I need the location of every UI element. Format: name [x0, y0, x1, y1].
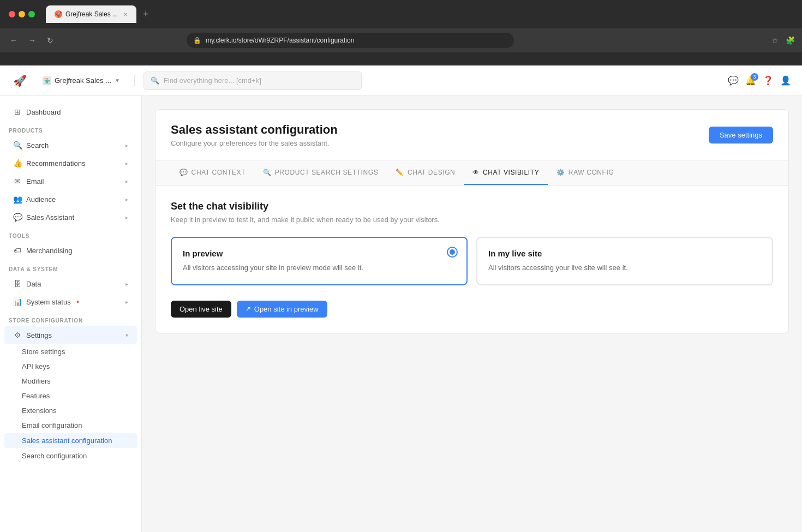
sidebar-item-recommendations[interactable]: 👍 Recommendations ▸ — [4, 154, 137, 172]
sidebar-item-data[interactable]: 🗄 Data ▸ — [4, 275, 137, 292]
tab-chat-visibility[interactable]: 👁 CHAT VISIBILITY — [464, 161, 548, 185]
section-subtitle: Keep it in preview to test it, and make … — [171, 216, 773, 224]
sidebar-sub-item-modifiers[interactable]: Modifiers — [0, 374, 141, 388]
page-content-area: Sales assistant configuration Configure … — [142, 96, 802, 532]
content-area: Set the chat visibility Keep it in previ… — [155, 186, 788, 333]
star-icon[interactable]: ☆ — [769, 35, 780, 46]
recommendations-icon: 👍 — [13, 159, 22, 168]
search-placeholder-text: Find everything here... [cmd+k] — [164, 76, 261, 85]
live-site-card-title: In my live site — [488, 249, 761, 258]
address-bar[interactable]: 🔒 my.clerk.io/store/oWr9ZRPF/assistant/c… — [187, 33, 514, 48]
tabs-bar: 💬 CHAT CONTEXT 🔍 PRODUCT SEARCH SETTINGS… — [155, 161, 788, 186]
data-arrow-icon: ▸ — [125, 281, 128, 287]
messages-button[interactable]: 💬 — [728, 75, 739, 86]
sidebar-item-sales-assistant[interactable]: 💬 Sales Assistant ▸ — [4, 208, 137, 226]
sidebar-sub-item-api-keys[interactable]: API keys — [0, 359, 141, 374]
page-card: Sales assistant configuration Configure … — [155, 109, 789, 333]
active-tab[interactable]: 🚀 Grejfreak Sales ... ✕ — [46, 5, 136, 23]
tab-chat-context[interactable]: 💬 CHAT CONTEXT — [171, 161, 254, 185]
settings-icon: ⚙ — [13, 331, 22, 339]
back-button[interactable]: ← — [7, 34, 21, 47]
url-display: my.clerk.io/store/oWr9ZRPF/assistant/con… — [206, 37, 354, 44]
sales-assistant-arrow-icon: ▸ — [125, 214, 128, 220]
notifications-button[interactable]: 🔔 3 — [745, 75, 756, 86]
logo-icon: 🚀 — [13, 74, 27, 87]
store-chevron-icon: ▼ — [115, 77, 120, 83]
open-site-in-preview-button[interactable]: ↗ Open site in preview — [237, 301, 327, 318]
new-tab-button[interactable]: + — [139, 7, 153, 22]
sidebar-sub-item-features[interactable]: Features — [0, 388, 141, 403]
app-container: 🚀 🏪 Grejfreak Sales ... ▼ 🔍 Find everyth… — [0, 65, 802, 532]
action-buttons: Open live site ↗ Open site in preview — [171, 301, 773, 318]
dashboard-icon: ⊞ — [13, 107, 22, 116]
sidebar-label-settings: Settings — [26, 331, 52, 339]
user-profile-button[interactable]: 👤 — [780, 75, 791, 86]
tab-close-icon[interactable]: ✕ — [123, 11, 128, 17]
header-search[interactable]: 🔍 Find everything here... [cmd+k] — [143, 71, 362, 90]
forward-button[interactable]: → — [25, 34, 39, 47]
browser-chrome: 🚀 Grejfreak Sales ... ✕ + ← → ↻ 🔒 my.cle… — [0, 0, 802, 65]
help-button[interactable]: ❓ — [763, 75, 774, 86]
app-header: 🚀 🏪 Grejfreak Sales ... ▼ 🔍 Find everyth… — [0, 65, 802, 96]
sidebar-item-dashboard[interactable]: ⊞ Dashboard — [4, 103, 137, 121]
page-header-text: Sales assistant configuration Configure … — [171, 123, 338, 147]
tab-chat-visibility-label: CHAT VISIBILITY — [483, 169, 539, 176]
open-live-site-button[interactable]: Open live site — [171, 301, 231, 318]
settings-arrow-icon: ▾ — [125, 332, 128, 338]
sidebar-section-data-system: DATA & SYSTEM — [0, 260, 141, 274]
tab-product-search-settings[interactable]: 🔍 PRODUCT SEARCH SETTINGS — [254, 161, 387, 185]
chat-visibility-tab-icon: 👁 — [472, 169, 480, 176]
tab-chat-design[interactable]: ✏️ CHAT DESIGN — [387, 161, 464, 185]
email-icon: ✉ — [13, 177, 22, 186]
main-content: ⊞ Dashboard PRODUCTS 🔍 Search ▸ 👍 Recomm… — [0, 96, 802, 532]
sidebar-sub-item-store-settings[interactable]: Store settings — [0, 344, 141, 359]
product-search-tab-icon: 🔍 — [263, 169, 272, 176]
data-icon: 🗄 — [13, 279, 22, 288]
refresh-button[interactable]: ↻ — [44, 34, 57, 47]
save-settings-button[interactable]: Save settings — [709, 127, 773, 144]
sidebar-label-system-status: System status — [26, 298, 71, 306]
minimize-traffic-light[interactable] — [19, 11, 25, 17]
tab-chat-design-label: CHAT DESIGN — [408, 169, 456, 176]
header-divider — [134, 75, 135, 86]
sidebar-label-sales-assistant: Sales Assistant — [26, 213, 74, 222]
sidebar-sub-item-extensions[interactable]: Extensions — [0, 403, 141, 418]
sidebar-sub-item-email-configuration[interactable]: Email configuration — [0, 418, 141, 433]
store-selector[interactable]: 🏪 Grejfreak Sales ... ▼ — [37, 73, 125, 88]
sidebar-item-search[interactable]: 🔍 Search ▸ — [4, 136, 137, 154]
tab-label: Grejfreak Sales ... — [65, 10, 118, 18]
search-icon: 🔍 — [151, 76, 159, 85]
tab-raw-config[interactable]: ⚙️ RAW CONFIG — [548, 161, 623, 185]
header-actions: 💬 🔔 3 ❓ 👤 — [728, 75, 791, 86]
sidebar-item-merchandising[interactable]: 🏷 Merchandising — [4, 242, 137, 259]
sidebar-item-audience[interactable]: 👥 Audience ▸ — [4, 190, 137, 208]
system-status-arrow-icon: ▸ — [125, 299, 128, 305]
email-arrow-icon: ▸ — [125, 178, 128, 184]
sidebar-sub-item-sales-assistant-configuration[interactable]: Sales assistant configuration — [4, 433, 137, 448]
app-logo: 🚀 — [11, 72, 28, 89]
tab-product-search-label: PRODUCT SEARCH SETTINGS — [275, 169, 379, 176]
traffic-lights — [9, 11, 35, 17]
close-traffic-light[interactable] — [9, 11, 15, 17]
tab-chat-context-label: CHAT CONTEXT — [191, 169, 246, 176]
sidebar-sub-item-search-configuration[interactable]: Search configuration — [0, 449, 141, 463]
notification-badge: 3 — [751, 73, 758, 81]
page-subtitle: Configure your preferences for the sales… — [171, 139, 338, 147]
sidebar-label-data: Data — [26, 280, 41, 288]
audience-icon: 👥 — [13, 195, 22, 204]
sidebar-item-settings[interactable]: ⚙ Settings ▾ — [4, 326, 137, 344]
maximize-traffic-light[interactable] — [28, 11, 35, 17]
sidebar-section-tools: TOOLS — [0, 226, 141, 241]
sidebar-section-store-config: STORE CONFIGURATION — [0, 311, 141, 326]
visibility-card-in-preview[interactable]: In preview All visitors accessing your s… — [171, 237, 468, 285]
sidebar-item-system-status[interactable]: 📊 System status ● ▸ — [4, 293, 137, 310]
merchandising-icon: 🏷 — [13, 246, 22, 255]
recommendations-arrow-icon: ▸ — [125, 160, 128, 166]
preview-link-icon: ↗ — [246, 305, 251, 313]
extension-icon[interactable]: 🧩 — [785, 35, 795, 46]
sidebar-label-merchandising: Merchandising — [26, 247, 73, 255]
visibility-card-live-site[interactable]: In my live site All visitors accessing y… — [476, 237, 773, 285]
sidebar-item-email[interactable]: ✉ Email ▸ — [4, 172, 137, 190]
raw-config-tab-icon: ⚙️ — [556, 169, 565, 176]
browser-nav: ← → ↻ 🔒 my.clerk.io/store/oWr9ZRPF/assis… — [0, 28, 802, 52]
